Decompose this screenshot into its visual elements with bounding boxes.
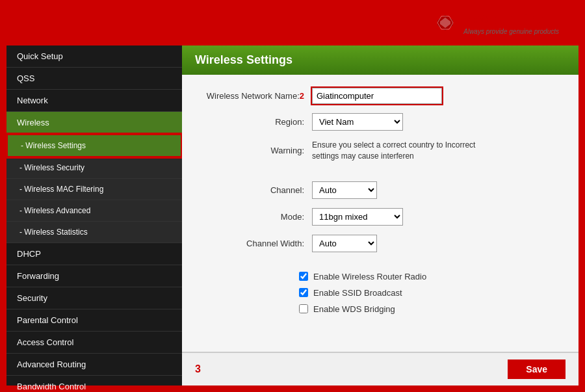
content-body: Wireless Network Name:2 Region: Viet Nam… <box>182 75 578 352</box>
sidebar: Quick Setup QSS Network Wireless - Wirel… <box>6 46 182 385</box>
save-button[interactable]: Save <box>508 359 566 379</box>
footer-number: 3 <box>195 363 201 375</box>
checkbox-wds-bridging-row: Enable WDS Bridging <box>299 304 566 314</box>
logo-tagline: Always provide genuine products <box>463 28 559 35</box>
enable-wds-bridging-label: Enable WDS Bridging <box>313 304 395 314</box>
logo-brand-accent: Pro <box>520 11 544 27</box>
sidebar-item-bandwidth-control[interactable]: Bandwidth Control <box>6 376 182 392</box>
content-footer: 3 Save <box>182 352 578 385</box>
sidebar-item-parental-control[interactable]: Parental Control <box>6 309 182 332</box>
channel-row: Channel: Auto 1 2 3 <box>195 181 566 199</box>
sidebar-item-wireless[interactable]: Wireless <box>6 112 182 134</box>
sidebar-item-wireless-statistics[interactable]: - Wireless Statistics <box>6 222 182 243</box>
region-row: Region: Viet Nam United States Australia… <box>195 113 566 131</box>
channel-select[interactable]: Auto 1 2 3 <box>312 181 377 199</box>
content-header: Wireless Settings <box>182 46 578 75</box>
sidebar-item-wireless-advanced[interactable]: - Wireless Advanced <box>6 200 182 222</box>
sidebar-item-wireless-security[interactable]: - Wireless Security <box>6 157 182 179</box>
header: NetworkPro Always provide genuine produc… <box>0 0 585 46</box>
sidebar-item-qss[interactable]: QSS <box>6 68 182 90</box>
network-name-label: Wireless Network Name:2 <box>195 91 312 101</box>
logo-icon <box>432 10 458 36</box>
sidebar-item-wireless-mac-filtering[interactable]: - Wireless MAC Filtering <box>6 179 182 200</box>
enable-router-radio-label: Enable Wireless Router Radio <box>313 272 426 281</box>
enable-ssid-broadcast-label: Enable SSID Broadcast <box>313 288 402 298</box>
region-select[interactable]: Viet Nam United States Australia China <box>312 113 403 131</box>
sidebar-item-wireless-settings[interactable]: - Wireless Settings <box>6 134 182 157</box>
logo-area: NetworkPro Always provide genuine produc… <box>432 10 559 36</box>
sidebar-item-dhcp[interactable]: DHCP <box>6 243 182 265</box>
page-title: Wireless Settings <box>195 53 292 66</box>
logo-text: NetworkPro Always provide genuine produc… <box>463 11 559 35</box>
checkbox-router-radio-row: Enable Wireless Router Radio <box>299 272 566 281</box>
sidebar-item-security[interactable]: Security <box>6 287 182 309</box>
sidebar-item-forwarding[interactable]: Forwarding <box>6 265 182 287</box>
network-name-input[interactable] <box>312 88 442 104</box>
sidebar-item-access-control[interactable]: Access Control <box>6 332 182 354</box>
enable-wds-bridging-checkbox[interactable] <box>299 304 308 313</box>
channel-width-select[interactable]: Auto 20MHz 40MHz <box>312 235 377 252</box>
mode-row: Mode: 11bgn mixed 11b only 11g only 11n … <box>195 208 566 226</box>
mode-select[interactable]: 11bgn mixed 11b only 11g only 11n only <box>312 208 403 226</box>
content-panel: Wireless Settings Wireless Network Name:… <box>182 46 578 385</box>
sidebar-item-quick-setup[interactable]: Quick Setup <box>6 46 182 68</box>
warning-text: Ensure you select a correct country to I… <box>312 140 481 162</box>
enable-router-radio-checkbox[interactable] <box>299 272 308 281</box>
region-label: Region: <box>195 117 312 127</box>
warning-row: Warning: Ensure you select a correct cou… <box>195 140 566 162</box>
logo-brand: NetworkPro <box>463 11 559 28</box>
warning-label: Warning: <box>195 146 312 155</box>
network-name-row: Wireless Network Name:2 <box>195 88 566 104</box>
logo-brand-normal: Network <box>463 11 520 27</box>
channel-label: Channel: <box>195 185 312 195</box>
main-container: Quick Setup QSS Network Wireless - Wirel… <box>0 46 585 392</box>
channel-width-label: Channel Width: <box>195 239 312 248</box>
mode-label: Mode: <box>195 212 312 222</box>
sidebar-item-advanced-routing[interactable]: Advanced Routing <box>6 354 182 376</box>
enable-ssid-broadcast-checkbox[interactable] <box>299 288 308 297</box>
channel-width-row: Channel Width: Auto 20MHz 40MHz <box>195 235 566 252</box>
sidebar-item-network[interactable]: Network <box>6 90 182 112</box>
checkbox-ssid-broadcast-row: Enable SSID Broadcast <box>299 288 566 298</box>
